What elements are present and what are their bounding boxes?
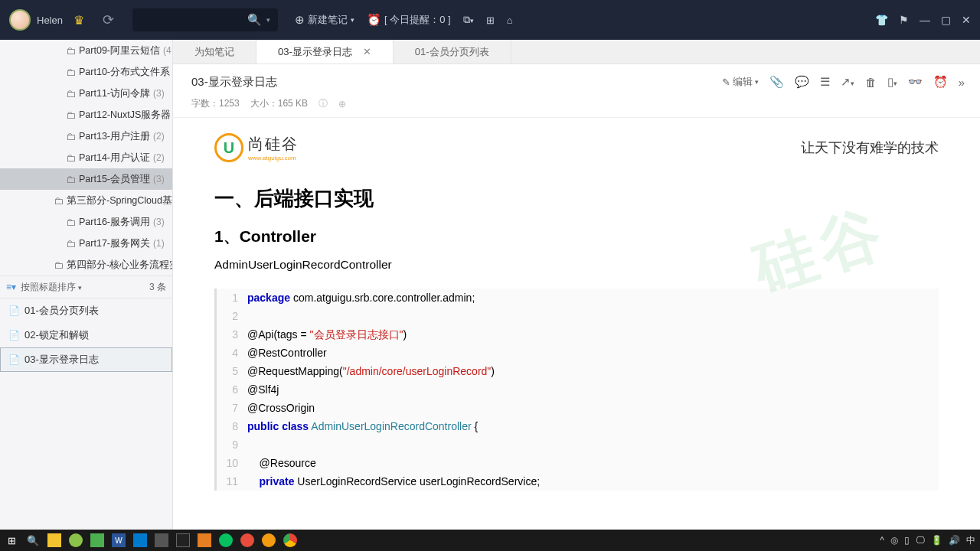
folder-item[interactable]: 🗀Part11-访问令牌(3) — [0, 83, 172, 104]
note-item[interactable]: 📄03-显示登录日志 — [0, 347, 172, 372]
app-icon[interactable] — [198, 533, 211, 547]
share-icon[interactable]: ↗▾ — [841, 75, 854, 89]
search-button[interactable]: 🔍 — [26, 533, 40, 547]
start-button[interactable]: ⊞ — [5, 533, 18, 547]
sidebar: 🗀Part09-阿里云短信(4🗀Part10-分布式文件系🗀Part11-访问令… — [0, 40, 173, 530]
list-icon[interactable]: ☰ — [820, 75, 830, 89]
close-button[interactable]: ✕ — [962, 14, 971, 26]
folder-label: Part14-用户认证 — [79, 152, 150, 165]
note-label: 01-会员分页列表 — [24, 304, 99, 318]
code-block: 1package com.atguigu.srb.core.controller… — [214, 289, 939, 491]
comment-icon[interactable]: 💬 — [795, 75, 809, 89]
word-count: 字数：1253 — [191, 97, 240, 110]
terminal-icon[interactable] — [176, 533, 190, 547]
code-line: 1package com.atguigu.srb.core.controller… — [217, 289, 939, 307]
tab[interactable]: 01-会员分页列表 — [394, 40, 511, 64]
book-icon[interactable]: ▯▾ — [887, 75, 897, 89]
folder-item[interactable]: 🗀Part14-用户认证(2) — [0, 147, 172, 168]
tab[interactable]: 03-显示登录日志✕ — [256, 40, 394, 64]
reminder-label: [ 今日提醒：0 ] — [384, 13, 451, 27]
ime-indicator[interactable]: 中 — [966, 534, 975, 547]
sort-icon: ≡▾ — [6, 282, 16, 292]
folder-item[interactable]: 🗀第三部分-SpringCloud基 — [0, 190, 172, 211]
popout-icon[interactable]: ⧉▾ — [463, 14, 474, 26]
code-source: @RestController — [247, 344, 327, 362]
reminder-button[interactable]: ⏰ [ 今日提醒：0 ] — [367, 13, 451, 27]
minimize-button[interactable]: — — [920, 14, 930, 26]
sync-icon[interactable]: ⟳ — [103, 11, 114, 28]
sort-bar[interactable]: ≡▾ 按照标题排序 ▾ 3 条 — [0, 276, 172, 298]
note-item[interactable]: 📄02-锁定和解锁 — [0, 323, 172, 347]
tray-icon[interactable]: ◎ — [890, 535, 898, 546]
tray-icon[interactable]: 🖵 — [916, 535, 925, 546]
shirt-icon[interactable]: 👕 — [875, 14, 888, 26]
maximize-button[interactable]: ▢ — [941, 14, 951, 26]
home-icon[interactable]: ⌂ — [507, 15, 513, 26]
more-icon[interactable]: » — [959, 76, 965, 89]
folder-icon: 🗀 — [66, 131, 76, 142]
app-icon[interactable] — [262, 533, 276, 547]
alarm-icon[interactable]: ⏰ — [933, 75, 948, 89]
close-icon[interactable]: ✕ — [363, 46, 371, 57]
content-header: 03-显示登录日志 字数：1253 大小：165 KB ⓘ ⊕ ✎编辑▾ 📎 💬… — [173, 64, 980, 118]
code-line: 7@CrossOrigin — [217, 399, 939, 417]
folder-item[interactable]: 🗀Part16-服务调用(3) — [0, 211, 172, 233]
folder-item[interactable]: 🗀Part13-用户注册(2) — [0, 126, 172, 147]
file-size: 大小：165 KB — [250, 97, 308, 110]
folder-item[interactable]: 🗀Part15-会员管理(3) — [0, 168, 172, 190]
folder-count: (1) — [153, 238, 165, 249]
brand-row: U 尚硅谷 www.atguigu.com 让天下没有难学的技术 — [214, 133, 939, 162]
folder-item[interactable]: 🗀Part09-阿里云短信(4 — [0, 40, 172, 61]
tray-up-icon[interactable]: ^ — [880, 535, 884, 546]
wechat-icon[interactable] — [219, 533, 233, 547]
chrome-icon[interactable] — [283, 533, 297, 547]
code-source: @Resource — [247, 454, 316, 472]
volume-icon[interactable]: 🔊 — [949, 535, 960, 546]
folder-label: Part16-服务调用 — [79, 216, 150, 229]
tab-label: 01-会员分页列表 — [415, 45, 489, 59]
attachment-icon[interactable]: 📎 — [769, 75, 784, 89]
title-bar: Helen ♛ ⟳ 🔍 ▾ ⊕ 新建笔记 ▾ ⏰ [ 今日提醒：0 ] ⧉▾ ⊞… — [0, 0, 980, 40]
system-tray[interactable]: ^ ◎ ▯ 🖵 🔋 🔊 中 — [880, 534, 975, 547]
folder-item[interactable]: 🗀Part10-分布式文件系 — [0, 61, 172, 83]
avatar[interactable] — [9, 9, 31, 31]
info-icon[interactable]: ⓘ — [318, 97, 328, 110]
folder-count: (4 — [163, 45, 172, 56]
tab[interactable]: 为知笔记 — [173, 40, 256, 64]
app-icon[interactable] — [69, 533, 83, 547]
grid-icon[interactable]: ⊞ — [486, 15, 495, 26]
logo: U 尚硅谷 www.atguigu.com — [214, 133, 299, 162]
crown-icon[interactable]: ♛ — [74, 13, 84, 28]
vscode-icon[interactable] — [133, 533, 147, 547]
folder-item[interactable]: 🗀第四部分-核心业务流程实 — [0, 254, 172, 276]
folder-label: 第四部分-核心业务流程实 — [67, 259, 172, 272]
folder-tree: 🗀Part09-阿里云短信(4🗀Part10-分布式文件系🗀Part11-访问令… — [0, 40, 172, 276]
folder-count: (2) — [153, 131, 165, 142]
tray-icon[interactable]: ▯ — [904, 535, 910, 546]
code-line: 4@RestController — [217, 344, 939, 362]
note-item[interactable]: 📄01-会员分页列表 — [0, 298, 172, 323]
folder-icon: 🗀 — [54, 195, 64, 207]
glasses-icon[interactable]: 👓 — [908, 75, 923, 89]
app-icon[interactable] — [155, 533, 168, 547]
line-number: 10 — [217, 454, 247, 472]
add-icon[interactable]: ⊕ — [338, 99, 346, 109]
username[interactable]: Helen — [37, 15, 63, 26]
battery-icon[interactable]: 🔋 — [931, 535, 942, 546]
tab-label: 03-显示登录日志 — [278, 45, 352, 59]
word-icon[interactable]: W — [112, 533, 126, 547]
folder-item[interactable]: 🗀Part12-NuxtJS服务器 — [0, 104, 172, 126]
pin-icon[interactable]: ⚑ — [899, 14, 909, 26]
folder-label: Part10-分布式文件系 — [79, 66, 170, 79]
explorer-icon[interactable] — [47, 533, 61, 547]
edit-button[interactable]: ✎编辑▾ — [722, 75, 759, 89]
folder-item[interactable]: 🗀Part17-服务网关(1) — [0, 233, 172, 254]
line-number: 2 — [217, 307, 247, 325]
folder-label: Part11-访问令牌 — [79, 87, 150, 100]
trash-icon[interactable]: 🗑 — [865, 76, 877, 89]
folder-icon: 🗀 — [66, 217, 76, 228]
app-icon[interactable] — [240, 533, 254, 547]
search-input[interactable]: 🔍 ▾ — [132, 8, 278, 31]
new-note-button[interactable]: ⊕ 新建笔记 ▾ — [295, 13, 354, 27]
app-icon[interactable] — [90, 533, 104, 547]
